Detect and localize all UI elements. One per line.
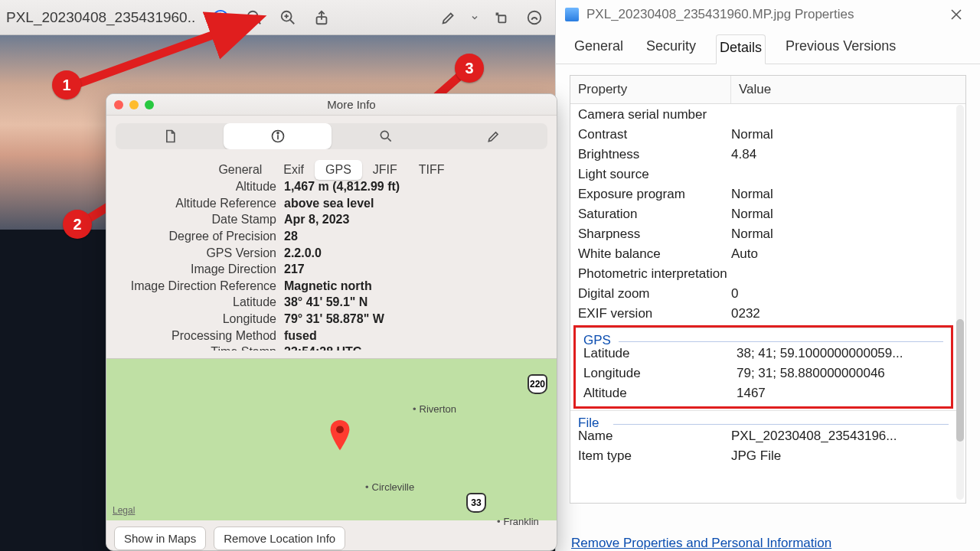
- tab-previous-versions[interactable]: Previous Versions: [782, 34, 899, 64]
- details-table: Property Value Camera serial numberContr…: [570, 75, 966, 504]
- table-row[interactable]: Digital zoom0: [570, 284, 956, 304]
- preview-toolbar: PXL_20230408_235431960..: [0, 0, 555, 35]
- show-in-maps-button[interactable]: Show in Maps: [114, 527, 206, 550]
- window-controls[interactable]: [114, 100, 154, 109]
- info-segmented-control[interactable]: [116, 123, 547, 149]
- properties-tabs[interactable]: General Security Details Previous Versio…: [556, 29, 980, 64]
- table-row[interactable]: Light source: [570, 165, 956, 184]
- annotation-badge-3: 3: [455, 54, 484, 83]
- seg-document-icon[interactable]: [116, 123, 224, 149]
- table-row[interactable]: Item typeJPG File: [570, 446, 956, 466]
- col-value[interactable]: Value: [731, 76, 779, 103]
- tab-general[interactable]: General: [207, 160, 273, 180]
- tab-general[interactable]: General: [571, 34, 626, 64]
- zoom-in-icon[interactable]: [273, 5, 302, 31]
- scrollbar[interactable]: [956, 105, 964, 500]
- section-gps: GPS: [576, 328, 951, 344]
- close-icon[interactable]: [942, 3, 971, 26]
- annotate-icon[interactable]: [520, 5, 549, 31]
- metadata-tabs[interactable]: General Exif GPS JFIF TIFF: [106, 160, 557, 180]
- table-row[interactable]: SaturationNormal: [570, 204, 956, 224]
- table-row[interactable]: EXIF version0232: [570, 304, 956, 324]
- table-row[interactable]: Camera serial number: [570, 105, 956, 125]
- svg-rect-11: [498, 15, 505, 22]
- seg-info-icon[interactable]: [224, 123, 332, 149]
- chevron-down-icon[interactable]: [468, 13, 482, 22]
- location-map[interactable]: Riverton Circleville Franklin 220 33 Leg…: [106, 358, 557, 520]
- table-row[interactable]: White balanceAuto: [570, 244, 956, 264]
- maximize-icon[interactable]: [145, 100, 154, 109]
- scrollbar-thumb[interactable]: [956, 319, 964, 442]
- route-shield-33: 33: [466, 493, 486, 513]
- table-row[interactable]: Longitude79; 31; 58.880000000046: [576, 364, 951, 383]
- seg-edit-icon[interactable]: [439, 123, 547, 149]
- table-row[interactable]: NamePXL_20230408_23543196...: [570, 426, 956, 446]
- tab-details[interactable]: Details: [716, 34, 766, 64]
- minimize-icon[interactable]: [129, 100, 139, 109]
- document-title: PXL_20230408_235431960..: [6, 9, 201, 26]
- tab-exif[interactable]: Exif: [273, 160, 315, 180]
- svg-line-7: [290, 19, 295, 24]
- zoom-out-icon[interactable]: [240, 5, 269, 31]
- svg-point-24: [336, 425, 344, 433]
- route-shield-220: 220: [528, 374, 547, 394]
- tab-jfif[interactable]: JFIF: [362, 160, 408, 180]
- table-row[interactable]: SharpnessNormal: [570, 224, 956, 244]
- more-info-window: More Info General Exif GPS JFIF TIFF Alt…: [106, 93, 557, 551]
- tab-security[interactable]: Security: [643, 34, 699, 64]
- tab-gps[interactable]: GPS: [315, 160, 362, 180]
- info-icon[interactable]: [206, 5, 235, 31]
- map-pin-icon: [328, 420, 351, 455]
- rotate-icon[interactable]: [486, 5, 515, 31]
- windows-properties-dialog: PXL_20230408_235431960.MP.jpg Properties…: [555, 0, 980, 551]
- remove-location-button[interactable]: Remove Location Info: [214, 527, 345, 550]
- gps-properties: Altitude1,467 m (4,812.99 ft) Altitude R…: [106, 180, 557, 350]
- tab-tiff[interactable]: TIFF: [408, 160, 456, 180]
- markup-icon[interactable]: [434, 5, 463, 31]
- svg-line-23: [387, 139, 390, 142]
- table-row[interactable]: Exposure programNormal: [570, 184, 956, 204]
- map-place-franklin: Franklin: [497, 516, 539, 527]
- svg-point-2: [220, 13, 221, 15]
- section-file: File: [570, 410, 956, 426]
- table-row[interactable]: Altitude1467: [576, 383, 951, 403]
- map-place-circleville: Circleville: [365, 481, 414, 493]
- file-type-icon: [565, 8, 579, 21]
- map-legal-link[interactable]: Legal: [113, 505, 135, 516]
- table-row[interactable]: ContrastNormal: [570, 125, 956, 145]
- close-icon[interactable]: [114, 100, 123, 109]
- map-place-riverton: Riverton: [413, 403, 456, 415]
- remove-properties-link[interactable]: Remove Properties and Personal Informati…: [556, 530, 980, 551]
- table-row[interactable]: Photometric interpretation: [570, 264, 956, 284]
- svg-line-4: [256, 19, 261, 24]
- window-title: More Info: [327, 98, 375, 111]
- col-property[interactable]: Property: [570, 76, 731, 103]
- dialog-title: PXL_20230408_235431960.MP.jpg Properties: [586, 7, 854, 22]
- annotation-badge-2: 2: [63, 210, 92, 239]
- svg-point-22: [381, 132, 388, 139]
- seg-search-icon[interactable]: [332, 123, 439, 149]
- gps-section-highlighted: GPS Latitude38; 41; 59.1000000000059...L…: [573, 325, 953, 409]
- annotation-badge-1: 1: [52, 70, 81, 99]
- share-icon[interactable]: [307, 5, 336, 31]
- svg-point-21: [277, 132, 279, 134]
- table-row[interactable]: Brightness4.84: [570, 145, 956, 165]
- table-row[interactable]: Latitude38; 41; 59.1000000000059...: [576, 344, 951, 364]
